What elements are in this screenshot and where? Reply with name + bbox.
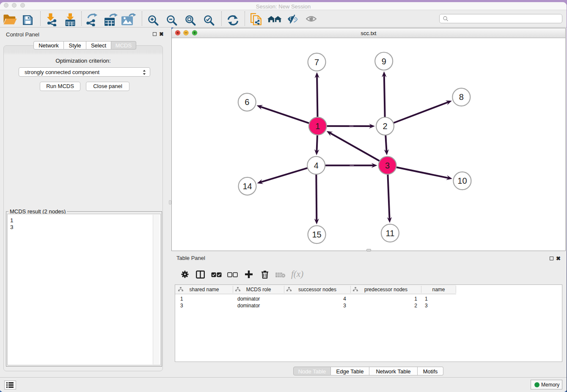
svg-text:10: 10	[457, 176, 467, 185]
svg-text:11: 11	[386, 229, 395, 238]
svg-text:1: 1	[315, 121, 320, 131]
svg-text:6: 6	[245, 97, 249, 107]
svg-text:15: 15	[312, 230, 321, 239]
svg-text:9: 9	[382, 57, 386, 66]
svg-text:7: 7	[314, 58, 319, 67]
svg-text:14: 14	[242, 182, 252, 191]
svg-text:2: 2	[383, 121, 387, 131]
svg-text:4: 4	[314, 161, 319, 170]
svg-text:3: 3	[385, 161, 390, 170]
svg-text:8: 8	[459, 92, 464, 102]
